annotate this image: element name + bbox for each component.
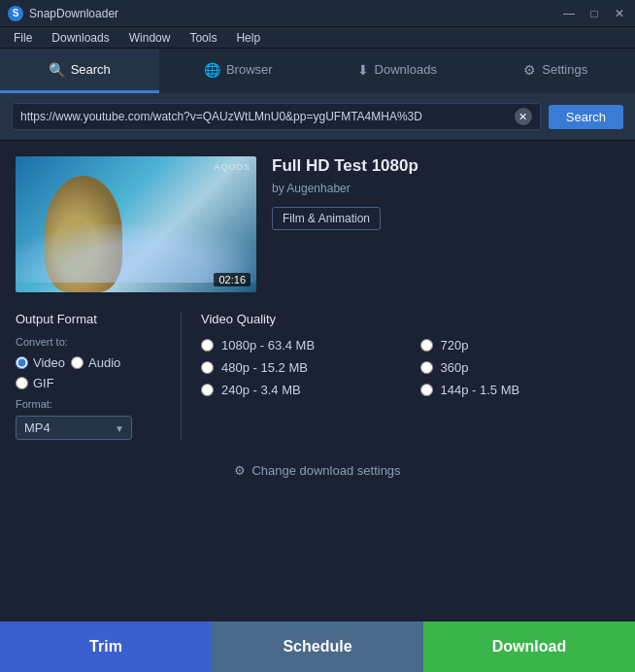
quality-240p-radio[interactable] (201, 384, 214, 396)
gif-radio[interactable] (16, 377, 28, 389)
output-format-label: Output Format (16, 312, 165, 326)
url-input-wrap: ✕ (12, 103, 541, 130)
app-icon: S (8, 6, 23, 21)
minimize-button[interactable]: — (561, 7, 577, 20)
output-format-panel: Output Format Convert to: Video Audio GI… (16, 312, 181, 440)
search-tab-icon: 🔍 (49, 62, 65, 78)
video-radio[interactable] (16, 356, 28, 369)
schedule-button[interactable]: Schedule (212, 622, 423, 672)
audio-radio-text: Audio (88, 355, 120, 370)
format-select[interactable]: MP4 MKV AVI MOV WEBM (16, 416, 132, 440)
video-author: by Augenhaber (272, 182, 619, 195)
browser-tab-icon: 🌐 (204, 62, 220, 78)
nav-tabs: 🔍 Search 🌐 Browser ⬇ Downloads ⚙ Setting… (0, 49, 635, 93)
quality-720p-radio[interactable] (420, 339, 433, 352)
gif-radio-label[interactable]: GIF (16, 376, 54, 390)
menu-item-tools[interactable]: Tools (182, 29, 224, 47)
download-button[interactable]: Download (423, 622, 635, 672)
title-bar-controls: — □ ✕ (561, 7, 627, 20)
tab-browser[interactable]: 🌐 Browser (159, 49, 318, 93)
quality-360p-label: 360p (441, 360, 469, 375)
quality-480p-radio[interactable] (201, 361, 214, 374)
change-settings-label: Change download settings (251, 463, 400, 478)
quality-720p[interactable]: 720p (420, 338, 620, 353)
settings-tab-icon: ⚙ (523, 62, 536, 78)
tab-browser-label: Browser (226, 62, 273, 77)
title-bar-title: SnapDownloader (29, 7, 118, 20)
quality-240p[interactable]: 240p - 3.4 MB (201, 383, 401, 397)
trim-button[interactable]: Trim (0, 622, 212, 672)
quality-1080p[interactable]: 1080p - 63.4 MB (201, 338, 401, 353)
video-duration: 02:16 (214, 273, 251, 286)
change-download-settings[interactable]: ⚙ Change download settings (16, 440, 619, 489)
close-button[interactable]: ✕ (612, 7, 627, 20)
video-quality-panel: Video Quality 1080p - 63.4 MB 720p 480p … (181, 312, 619, 440)
quality-1080p-label: 1080p - 63.4 MB (221, 338, 315, 353)
gear-icon: ⚙ (234, 463, 246, 478)
main-content: AQUOS 02:16 Full HD Test 1080p by Augenh… (0, 141, 635, 505)
title-bar: S SnapDownloader — □ ✕ (0, 0, 635, 27)
audio-radio-label[interactable]: Audio (71, 355, 120, 370)
quality-360p-radio[interactable] (420, 361, 433, 374)
url-clear-button[interactable]: ✕ (515, 108, 532, 125)
quality-1080p-radio[interactable] (201, 339, 214, 352)
search-button[interactable]: Search (549, 105, 623, 129)
maximize-button[interactable]: □ (586, 7, 602, 20)
video-radio-text: Video (33, 355, 65, 370)
convert-to-label: Convert to: (16, 336, 165, 348)
format-label: Format: (16, 398, 165, 410)
gif-radio-row: GIF (16, 376, 165, 390)
menu-item-window[interactable]: Window (121, 29, 179, 47)
menu-bar: FileDownloadsWindowToolsHelp (0, 27, 635, 49)
video-category: Film & Animation (272, 207, 381, 230)
video-radio-label[interactable]: Video (16, 355, 65, 370)
menu-item-downloads[interactable]: Downloads (44, 29, 117, 47)
tab-settings[interactable]: ⚙ Settings (477, 49, 636, 93)
format-section: Output Format Convert to: Video Audio GI… (16, 312, 619, 440)
quality-240p-label: 240p - 3.4 MB (221, 383, 301, 397)
quality-720p-label: 720p (441, 338, 469, 353)
video-section: AQUOS 02:16 Full HD Test 1080p by Augenh… (16, 156, 619, 292)
downloads-tab-icon: ⬇ (357, 62, 369, 78)
tab-search-label: Search (71, 62, 111, 77)
quality-144p-label: 144p - 1.5 MB (441, 383, 520, 397)
url-input[interactable] (20, 110, 509, 123)
bottom-bar: Trim Schedule Download (0, 622, 635, 672)
audio-radio[interactable] (71, 356, 84, 369)
tab-settings-label: Settings (542, 62, 587, 77)
video-quality-label: Video Quality (201, 312, 619, 326)
tab-downloads[interactable]: ⬇ Downloads (318, 49, 477, 93)
convert-type-row: Video Audio (16, 355, 165, 370)
quality-360p[interactable]: 360p (420, 360, 620, 375)
url-bar: ✕ Search (0, 93, 635, 141)
quality-144p-radio[interactable] (420, 384, 433, 396)
title-bar-left: S SnapDownloader (8, 6, 118, 21)
quality-480p-label: 480p - 15.2 MB (221, 360, 308, 375)
tab-downloads-label: Downloads (375, 62, 437, 77)
tab-search[interactable]: 🔍 Search (0, 49, 159, 93)
menu-item-help[interactable]: Help (228, 29, 268, 47)
thumbnail: AQUOS 02:16 (16, 156, 256, 292)
video-title: Full HD Test 1080p (272, 156, 619, 176)
quality-options: 1080p - 63.4 MB 720p 480p - 15.2 MB 360p… (201, 338, 619, 397)
video-info: Full HD Test 1080p by Augenhaber Film & … (272, 156, 619, 292)
menu-item-file[interactable]: File (6, 29, 40, 47)
gif-radio-text: GIF (33, 376, 54, 390)
thumbnail-watermark: AQUOS (214, 162, 251, 172)
quality-480p[interactable]: 480p - 15.2 MB (201, 360, 401, 375)
quality-144p[interactable]: 144p - 1.5 MB (420, 383, 620, 397)
format-select-wrap: MP4 MKV AVI MOV WEBM ▼ (16, 416, 132, 440)
